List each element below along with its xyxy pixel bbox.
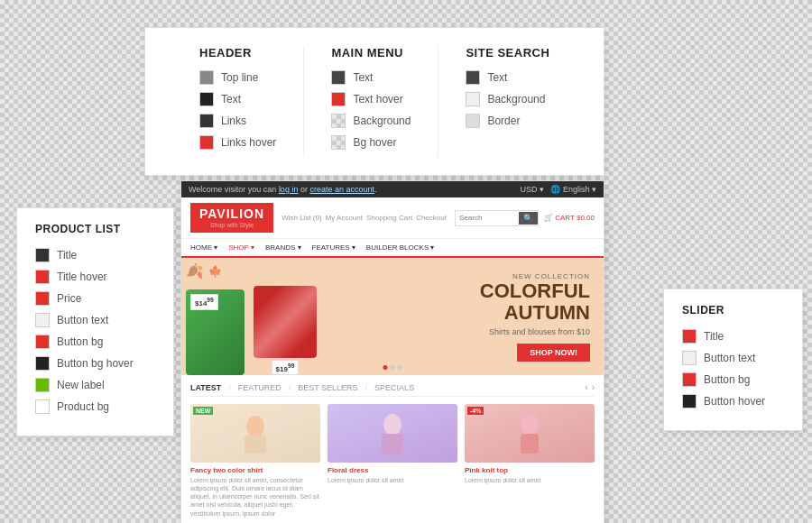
nav-features[interactable]: FEATURES ▾ [312, 243, 355, 252]
sl-button-bg[interactable]: Button bg [682, 372, 784, 387]
hero-title-line1: COLORFUL [480, 280, 590, 302]
search-text-swatch[interactable] [466, 70, 480, 85]
tab-latest[interactable]: LATEST [190, 383, 221, 392]
pl-button-bg-hover[interactable]: Button bg hover [35, 356, 155, 371]
header-text[interactable]: Text [199, 92, 276, 106]
nav-builder[interactable]: BUILDER BLOCKS ▾ [366, 243, 435, 252]
shop-now-button[interactable]: SHOP NOW! [517, 344, 590, 362]
search-background[interactable]: Background [466, 92, 549, 106]
header-top-line-swatch[interactable] [199, 70, 214, 85]
sl-title-swatch[interactable] [682, 329, 697, 344]
hero-dot-3[interactable] [398, 365, 402, 370]
pl-price[interactable]: Price [35, 291, 155, 306]
search-box[interactable]: 🔍 [455, 210, 539, 226]
nav-shop[interactable]: SHOP ▾ [228, 243, 254, 252]
header-links-swatch[interactable] [199, 114, 214, 128]
menu-text[interactable]: Text [331, 70, 411, 85]
pl-product-bg-label: Product bg [57, 400, 109, 413]
search-border-swatch[interactable] [466, 114, 480, 128]
sl-button-bg-swatch[interactable] [682, 372, 697, 387]
menu-text-hover-label: Text hover [353, 93, 402, 106]
sl-button-bg-label: Button bg [704, 373, 750, 386]
menu-background[interactable]: Background [331, 114, 411, 128]
hero-banner: 🍂 🍁 $1499 $1999 NEW COLLECTION [181, 258, 604, 375]
hero-dot-2[interactable] [391, 365, 395, 370]
sl-button-text[interactable]: Button text [682, 351, 784, 365]
login-link[interactable]: log in [279, 185, 299, 194]
pl-new-label-label: New label [57, 379, 105, 391]
sl-button-text-swatch[interactable] [682, 351, 697, 365]
product-figure-3 [512, 408, 548, 458]
menu-text-hover[interactable]: Text hover [331, 92, 411, 106]
site-search-panel-title: SITE SEARCH [466, 46, 549, 60]
search-button[interactable]: 🔍 [519, 212, 538, 225]
pl-title[interactable]: Title [35, 248, 155, 262]
wishlist-link[interactable]: Wish List (0) [281, 214, 321, 222]
header-top-line[interactable]: Top line [199, 70, 276, 85]
hero-products: 🍂 🍁 $1499 $1999 [181, 258, 362, 375]
menu-text-hover-swatch[interactable] [331, 92, 346, 106]
pl-button-text[interactable]: Button text [35, 313, 155, 327]
pl-title-hover[interactable]: Title hover [35, 270, 155, 284]
sl-button-hover[interactable]: Button hover [682, 394, 784, 408]
main-nav: HOME ▾ SHOP ▾ BRANDS ▾ FEATURES ▾ BUILDE… [181, 239, 604, 258]
site-search-panel: SITE SEARCH Text Background Border [438, 46, 577, 157]
pl-button-bg-label: Button bg [57, 335, 103, 348]
header-text-swatch[interactable] [199, 92, 214, 106]
pl-button-bg-swatch[interactable] [35, 335, 50, 349]
header-links-hover[interactable]: Links hover [199, 135, 276, 150]
cart-link[interactable]: Shopping Cart [366, 214, 412, 222]
hero-title-line2: AUTUMN [504, 301, 590, 324]
tabs-left: LATEST / FEATURED / BEST SELLERS / SPECI… [190, 383, 414, 392]
menu-bg-hover-swatch[interactable] [331, 135, 346, 150]
site-topbar: Welcome visitor you can log in or create… [181, 181, 604, 197]
product-list-title: PRODUCT LIST [35, 223, 155, 235]
checkout-link[interactable]: Checkout [416, 214, 447, 222]
menu-background-swatch[interactable] [331, 114, 346, 128]
pl-new-label[interactable]: New label [35, 378, 155, 392]
search-border-label: Border [487, 115, 520, 127]
header-nav-links: Wish List (0) My Account Shopping Cart C… [281, 214, 447, 222]
cart-button[interactable]: 🛒 CART $0.00 [544, 214, 595, 222]
create-account-link[interactable]: create an account [309, 185, 374, 194]
nav-brands[interactable]: BRANDS ▾ [265, 243, 301, 252]
search-border[interactable]: Border [466, 114, 549, 128]
main-menu-panel-title: MAIN MENU [331, 46, 411, 60]
search-input[interactable] [456, 212, 519, 224]
pl-price-swatch[interactable] [35, 291, 50, 306]
header-links-hover-swatch[interactable] [199, 135, 214, 150]
pl-title-hover-swatch[interactable] [35, 270, 50, 284]
pl-product-bg-swatch[interactable] [35, 399, 50, 414]
pl-button-text-swatch[interactable] [35, 313, 50, 327]
product-name-1: Fancy two color shirt [190, 466, 320, 474]
product-desc-1: Lorem ipsum dolor sit amet, consectetur … [190, 476, 320, 517]
pl-button-bg[interactable]: Button bg [35, 335, 155, 349]
tab-best-sellers[interactable]: BEST SELLERS [298, 383, 357, 392]
sl-button-hover-swatch[interactable] [682, 394, 697, 408]
menu-text-label: Text [353, 71, 373, 84]
svg-point-4 [521, 414, 539, 436]
shirt-plaid [254, 286, 317, 358]
tab-specials[interactable]: SPECIALS [374, 383, 414, 392]
hero-title: COLORFUL AUTUMN [375, 280, 590, 324]
pl-product-bg[interactable]: Product bg [35, 399, 155, 414]
pl-new-label-swatch[interactable] [35, 378, 50, 392]
menu-text-swatch[interactable] [331, 70, 346, 85]
next-arrow[interactable]: › [592, 382, 595, 392]
pl-title-swatch[interactable] [35, 248, 50, 262]
search-text[interactable]: Text [466, 70, 549, 85]
account-link[interactable]: My Account [326, 214, 363, 222]
prev-arrow[interactable]: ‹ [585, 382, 587, 392]
pl-button-bg-hover-swatch[interactable] [35, 356, 50, 371]
menu-bg-hover[interactable]: Bg hover [331, 135, 411, 150]
sl-title[interactable]: Title [682, 329, 784, 344]
products-nav: ‹ › [585, 382, 595, 392]
tab-featured[interactable]: FEATURED [238, 383, 281, 392]
header-links[interactable]: Links [199, 114, 276, 128]
sl-button-hover-label: Button hover [704, 395, 765, 408]
search-background-swatch[interactable] [466, 92, 480, 106]
header-panel-title: HEADER [199, 46, 276, 60]
nav-home[interactable]: HOME ▾ [190, 243, 217, 252]
product-desc-3: Lorem ipsum dolor sit amet [465, 476, 595, 484]
hero-dot-1[interactable] [383, 365, 388, 370]
